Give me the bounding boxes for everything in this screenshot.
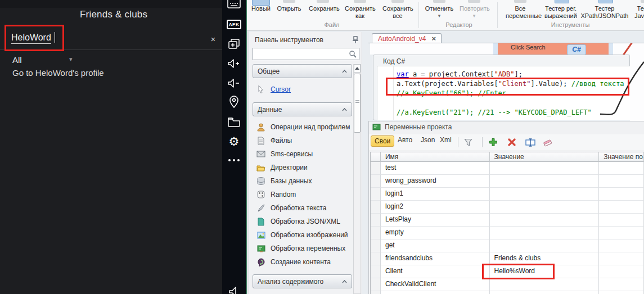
save-button[interactable]: Сохранить [305, 4, 340, 13]
dice-icon [256, 190, 265, 199]
tools-search-input[interactable] [253, 48, 359, 60]
emulator-page-title: Friends & clubs [80, 9, 147, 20]
tab-own-variables[interactable]: Свои [371, 135, 394, 147]
csharp-badge-icon: C# [567, 44, 586, 55]
json-doc-icon [256, 217, 265, 226]
variables-panel-header: Переменные проекта [372, 123, 452, 131]
table-row[interactable]: test [371, 162, 644, 175]
folder-open-icon [256, 163, 265, 172]
chevron-up-icon [342, 70, 347, 73]
save-icon [317, 0, 329, 3]
section-label: Общее [258, 67, 280, 75]
tools-item[interactable]: Random [256, 188, 352, 201]
emulator-toolbar: APK ⚙ [222, 0, 246, 294]
volume-down-icon[interactable] [222, 75, 246, 92]
variables-board-icon [372, 124, 381, 131]
table-row[interactable]: get [371, 239, 644, 252]
profile-icon [256, 123, 265, 132]
tools-item[interactable]: Создание контента [256, 255, 352, 269]
pin-icon[interactable] [352, 36, 359, 46]
undo-button[interactable]: Отменить [421, 4, 457, 13]
filter-dropdown[interactable]: All [12, 55, 22, 65]
column-header-name[interactable]: Имя [381, 152, 490, 162]
emulator-statusbar [0, 0, 222, 8]
tab-auto-variables[interactable]: Авто [398, 136, 412, 144]
table-row[interactable]: LetsPlay [371, 214, 644, 227]
column-header-value[interactable]: Значение [490, 152, 600, 162]
rename-icon[interactable] [525, 137, 535, 147]
scroll-up-icon[interactable] [354, 64, 361, 73]
undo-dropdown-icon[interactable]: ▾ [421, 13, 457, 19]
tools-item[interactable]: Обработка текста [256, 201, 352, 215]
ribbon-toolbar: Новый Открыть Сохранить Сохранить как Со… [247, 0, 644, 31]
ribbon-group-file: Файл [298, 21, 366, 28]
settings-gear-icon[interactable]: ⚙ [222, 133, 246, 150]
annotation-box-search [4, 25, 64, 51]
add-icon[interactable] [488, 137, 498, 147]
tab-close-icon[interactable]: × [431, 34, 436, 43]
folder-icon[interactable] [222, 114, 246, 130]
tools-item[interactable]: Обработка JSON/XML [256, 215, 352, 228]
undo-icon [433, 0, 445, 3]
column-header[interactable] [371, 152, 381, 162]
eraser-icon[interactable] [542, 137, 552, 147]
group-separator [497, 2, 498, 28]
tools-item[interactable]: Операции над профилем [256, 120, 352, 134]
tools-scrollbar-thumb[interactable] [354, 74, 361, 133]
delete-icon[interactable] [507, 137, 517, 147]
tools-item-label: Директории [271, 164, 308, 171]
redo-dropdown-icon[interactable]: ▾ [456, 13, 492, 19]
apk-icon[interactable]: APK [222, 16, 246, 33]
tools-item[interactable]: Директории [256, 161, 352, 174]
table-row[interactable]: login2 [371, 201, 644, 214]
save-all-button[interactable]: Сохранить все [379, 4, 416, 20]
location-icon[interactable] [222, 93, 246, 110]
ribbon-group-tools: Инструменты [537, 21, 604, 28]
filter-funnel-icon[interactable] [463, 137, 473, 147]
group-separator [418, 2, 419, 28]
speaker-icon[interactable] [222, 282, 246, 294]
flow-node-port [609, 43, 613, 55]
open-button[interactable]: Открыть [273, 4, 305, 13]
content-idea-icon [256, 257, 265, 266]
search-icon[interactable] [349, 50, 357, 60]
tools-item[interactable]: Файлы [256, 134, 352, 147]
tab-autoandroid[interactable]: AutoAndroid_v4 × [372, 33, 442, 43]
section-header-general[interactable]: Общее [253, 64, 352, 78]
tools-item-label: Обработка изображений [271, 231, 348, 239]
all-variables-button[interactable]: Все переменные [502, 4, 538, 20]
tools-item-cursor[interactable]: Cursor [256, 83, 352, 96]
keyboard-icon[interactable] [222, 0, 246, 12]
volume-up-icon[interactable] [222, 55, 246, 72]
xpath-tester-button[interactable]: Тестер XPath/JSONPath [577, 4, 633, 20]
envelope-icon [256, 150, 265, 159]
section-label: Данные [258, 106, 282, 114]
tools-item[interactable]: Sms-сервисы [256, 147, 352, 161]
chevron-down-icon: ▾ [69, 56, 73, 63]
section-header-analysis[interactable]: Анализ содержимого [253, 274, 352, 288]
tools-item[interactable]: Базы данных [256, 174, 352, 188]
table-row[interactable] [371, 291, 644, 294]
section-header-data[interactable]: Данные [253, 102, 352, 116]
tab-json[interactable]: Json [421, 136, 435, 144]
tab-xml[interactable]: Xml [440, 136, 452, 144]
tools-item-label: Базы данных [271, 177, 312, 185]
table-row[interactable]: CheckValidClient [371, 278, 644, 291]
clear-search-icon[interactable]: × [208, 34, 219, 45]
js-tester-button[interactable]: Тестер JavaScript [631, 4, 644, 20]
tools-item[interactable]: Обработка переменных [256, 242, 352, 255]
new-window-icon[interactable] [222, 36, 246, 53]
toolbar-separator [458, 137, 458, 147]
table-row[interactable]: login1 [371, 188, 644, 201]
tools-item[interactable]: Обработка изображений [256, 228, 352, 242]
new-button[interactable]: Новый [245, 4, 277, 13]
table-row[interactable]: wrong_password [371, 175, 644, 188]
save-as-button[interactable]: Сохранить как [341, 4, 379, 20]
table-row[interactable]: empty [371, 227, 644, 239]
more-icon[interactable] [222, 152, 246, 169]
regex-tester-icon [555, 0, 569, 3]
redo-button[interactable]: Повторить [456, 4, 492, 13]
flow-node-port [493, 43, 498, 55]
search-result-item[interactable]: Go to HeloWord's profile [12, 68, 104, 78]
column-header-default[interactable]: Значение по-ум [599, 152, 644, 162]
